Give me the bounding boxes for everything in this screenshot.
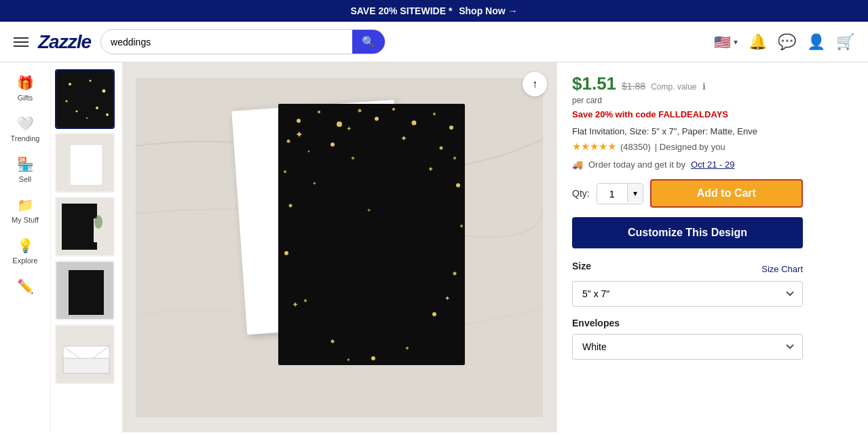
svg-text:✦: ✦ <box>312 181 317 187</box>
explore-icon: 💡 <box>17 238 34 254</box>
svg-text:✦: ✦ <box>428 165 434 173</box>
svg-point-14 <box>94 215 102 229</box>
search-input[interactable] <box>101 31 352 53</box>
gifts-icon: 🎁 <box>17 75 34 91</box>
product-info-panel: $1.51 $1.88 Comp. value ℹ per card Save … <box>556 62 818 432</box>
size-row: Size Size Chart <box>572 261 803 277</box>
main-image-area: ↑ <box>122 62 556 432</box>
svg-rect-19 <box>63 358 109 373</box>
svg-point-38 <box>284 170 286 173</box>
svg-point-46 <box>331 339 335 343</box>
star-rating: ★★★★★ <box>572 140 616 153</box>
sidebar-item-gifts[interactable]: 🎁 Gifts <box>0 69 50 107</box>
sidebar-item-sell[interactable]: 🏪 Sell <box>0 151 50 189</box>
delivery-truck-icon: 🚚 <box>572 159 583 170</box>
sidebar-item-label-explore: Explore <box>12 257 37 265</box>
delivery-date-link[interactable]: Oct 21 - 29 <box>691 159 734 170</box>
chat-button[interactable]: 💬 <box>778 33 796 51</box>
svg-rect-16 <box>69 270 104 315</box>
svg-text:✦: ✦ <box>346 357 351 363</box>
svg-point-3 <box>102 90 106 93</box>
header: Zazzle 🔍 🇺🇸 ▾ 🔔 💬 👤 🛒 <box>0 22 868 62</box>
header-icons: 🇺🇸 ▾ 🔔 💬 👤 🛒 <box>714 33 854 51</box>
size-select[interactable]: 5" x 7" 4" x 6" 5" x 5" <box>572 281 803 307</box>
svg-point-34 <box>331 143 335 147</box>
designed-by: | Designed by you <box>655 142 725 152</box>
comp-value-label: Comp. value <box>651 82 696 92</box>
svg-point-48 <box>371 356 375 360</box>
sidebar-nav: 🎁 Gifts 🤍 Trending 🏪 Sell 📁 My Stuff 💡 E… <box>0 62 51 432</box>
qty-input[interactable] <box>597 184 627 204</box>
svg-point-27 <box>375 117 379 121</box>
svg-point-8 <box>106 113 109 116</box>
main-layout: 🎁 Gifts 🤍 Trending 🏪 Sell 📁 My Stuff 💡 E… <box>0 62 868 432</box>
svg-point-45 <box>432 312 436 316</box>
share-button[interactable]: ↑ <box>523 72 547 96</box>
sidebar-item-label-sell: Sell <box>19 175 31 183</box>
banner-cta[interactable]: Shop Now → <box>459 5 517 16</box>
envelope-select[interactable]: White Cream Black <box>572 334 803 360</box>
svg-point-36 <box>440 146 443 149</box>
size-chart-link[interactable]: Size Chart <box>761 264 803 274</box>
svg-text:✦: ✦ <box>295 129 303 140</box>
svg-point-37 <box>453 157 456 159</box>
thumbnail-5[interactable] <box>55 324 115 384</box>
svg-point-4 <box>76 111 78 113</box>
qty-selector: ▾ <box>597 183 643 204</box>
sidebar-item-create[interactable]: ✏️ <box>0 273 50 300</box>
svg-point-41 <box>460 225 463 227</box>
svg-point-23 <box>297 119 301 123</box>
svg-text:✦: ✦ <box>366 207 372 214</box>
add-to-cart-button[interactable]: Add to Cart <box>650 179 803 208</box>
thumbnail-list <box>51 62 122 432</box>
trending-icon: 🤍 <box>17 115 34 132</box>
sidebar-item-trending[interactable]: 🤍 Trending <box>0 110 50 148</box>
svg-point-44 <box>304 299 307 302</box>
account-button[interactable]: 👤 <box>807 33 825 51</box>
sidebar-item-label-trending: Trending <box>10 134 39 143</box>
svg-rect-12 <box>62 204 97 250</box>
svg-point-33 <box>308 150 310 152</box>
price-row: $1.51 $1.88 Comp. value ℹ <box>572 73 803 94</box>
rating-count: (48350) <box>620 142 651 152</box>
svg-rect-10 <box>70 145 102 185</box>
cart-button[interactable]: 🛒 <box>836 33 854 51</box>
svg-point-39 <box>456 183 460 187</box>
sidebar-item-label-my-stuff: My Stuff <box>12 216 39 224</box>
sell-icon: 🏪 <box>17 156 34 172</box>
thumbnail-1[interactable] <box>55 69 115 129</box>
svg-point-5 <box>96 107 98 109</box>
product-main-image: ✦ ✦ ✦ ✦ ✦ ✦ ✦ ✦ ✦ <box>136 78 543 417</box>
promo-banner: SAVE 20% SITEWIDE * Shop Now → <box>0 0 868 22</box>
original-price: $1.88 <box>622 81 645 92</box>
logo[interactable]: Zazzle <box>38 31 91 53</box>
delivery-row: 🚚 Order today and get it by Oct 21 - 29 <box>572 159 803 170</box>
thumbnail-2[interactable] <box>55 133 115 193</box>
svg-text:✦: ✦ <box>292 300 299 309</box>
svg-point-29 <box>412 120 417 125</box>
search-button[interactable]: 🔍 <box>352 30 385 54</box>
qty-label: Qty: <box>572 188 590 199</box>
hamburger-menu[interactable] <box>14 37 29 47</box>
svg-point-40 <box>289 204 293 207</box>
svg-point-31 <box>449 126 453 130</box>
thumbnail-4[interactable] <box>55 261 115 320</box>
svg-point-32 <box>287 139 290 143</box>
svg-point-7 <box>66 100 68 102</box>
my-stuff-icon: 📁 <box>17 197 34 213</box>
qty-dropdown-button[interactable]: ▾ <box>627 185 643 202</box>
notifications-button[interactable]: 🔔 <box>749 33 767 51</box>
sidebar-item-label-gifts: Gifts <box>18 94 33 102</box>
country-selector[interactable]: 🇺🇸 ▾ <box>714 34 738 50</box>
thumbnail-3[interactable] <box>55 197 115 257</box>
svg-point-43 <box>453 271 457 275</box>
customize-button[interactable]: Customize This Design <box>572 217 803 248</box>
product-description: Flat Invitation, Size: 5" x 7", Paper: M… <box>572 126 803 136</box>
sidebar-item-my-stuff[interactable]: 📁 My Stuff <box>0 191 50 229</box>
svg-rect-22 <box>278 104 465 365</box>
info-icon[interactable]: ℹ <box>702 81 706 92</box>
create-icon: ✏️ <box>17 278 34 295</box>
sidebar-item-explore[interactable]: 💡 Explore <box>0 232 50 270</box>
delivery-text: Order today and get it by <box>588 159 685 170</box>
svg-point-2 <box>90 80 92 82</box>
